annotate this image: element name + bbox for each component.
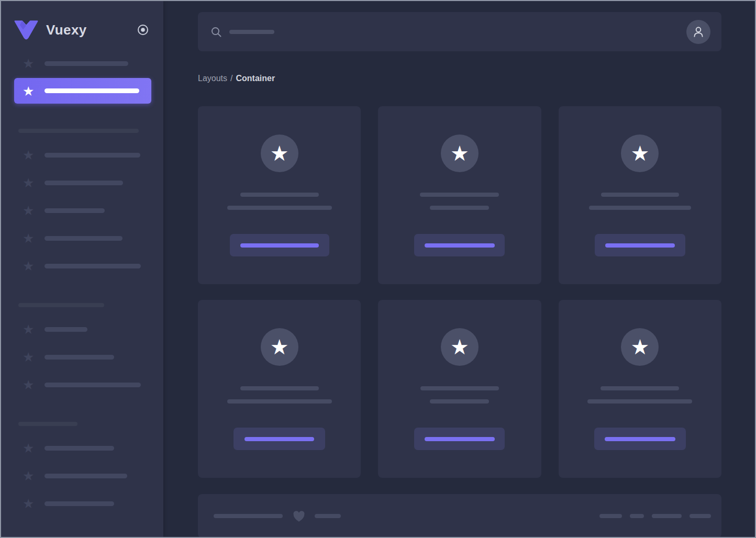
sidebar-item-label-skeleton xyxy=(45,236,123,241)
card: ★ xyxy=(378,300,541,478)
breadcrumb-current: Container xyxy=(236,74,275,83)
sidebar-item-label-skeleton xyxy=(45,355,114,360)
card-title-skeleton xyxy=(240,193,319,197)
button-label-skeleton xyxy=(425,437,495,441)
nav-pin-radio-icon[interactable] xyxy=(137,24,149,36)
card-title-skeleton xyxy=(240,386,319,390)
sidebar-section-label-skeleton xyxy=(18,303,104,307)
card-text-skeleton xyxy=(589,206,691,210)
card: ★ xyxy=(198,300,361,478)
sidebar-item-label-skeleton xyxy=(45,383,141,387)
button-label-skeleton xyxy=(425,243,495,248)
card-text-skeleton xyxy=(587,399,692,404)
footer-link-skeleton xyxy=(630,514,644,518)
breadcrumb-parent[interactable]: Layouts xyxy=(198,74,227,83)
search-placeholder-skeleton xyxy=(229,30,274,34)
star-icon: ★ xyxy=(23,261,34,271)
card-grid: ★ ★ ★ ★ ★ xyxy=(198,106,721,478)
sidebar-item[interactable]: ★ xyxy=(14,498,151,509)
star-icon: ★ xyxy=(630,144,649,163)
card: ★ xyxy=(378,106,541,284)
user-avatar-button[interactable] xyxy=(686,20,710,44)
sidebar-item-label-skeleton xyxy=(45,474,127,478)
card-avatar-circle: ★ xyxy=(441,134,479,172)
card-avatar-circle: ★ xyxy=(261,328,298,366)
card: ★ xyxy=(559,300,721,478)
sidebar-section-label-skeleton xyxy=(18,129,139,133)
sidebar-item[interactable]: ★ xyxy=(14,205,151,216)
sidebar-item[interactable]: ★ xyxy=(14,149,151,161)
vuexy-logo-icon xyxy=(14,20,38,40)
sidebar-item[interactable]: ★ xyxy=(14,260,151,272)
card-avatar-circle: ★ xyxy=(621,328,659,366)
card-action-button[interactable] xyxy=(595,234,685,256)
footer-links xyxy=(599,514,711,518)
star-icon: ★ xyxy=(23,352,34,362)
card-text-skeleton xyxy=(227,206,332,210)
card-action-button[interactable] xyxy=(594,428,686,450)
card-title-skeleton xyxy=(601,386,679,390)
star-icon: ★ xyxy=(23,177,34,188)
card-action-button[interactable] xyxy=(230,234,329,256)
search-icon xyxy=(210,26,222,38)
app-window: Vuexy ★ ★ ★ ★ ★ ★ ★ ★ ★ ★ ★ xyxy=(1,1,755,537)
star-icon: ★ xyxy=(23,443,34,453)
star-icon: ★ xyxy=(450,338,469,356)
sidebar-item[interactable]: ★ xyxy=(14,177,151,188)
footer xyxy=(198,494,721,538)
person-icon xyxy=(692,25,705,39)
sidebar-item-label-skeleton xyxy=(45,446,114,451)
footer-link-skeleton xyxy=(599,514,622,518)
button-label-skeleton xyxy=(244,437,314,441)
app-title: Vuexy xyxy=(46,22,87,38)
star-icon: ★ xyxy=(270,338,289,356)
sidebar-item[interactable]: ★ xyxy=(14,232,151,244)
breadcrumb: Layouts/Container xyxy=(198,74,721,83)
star-icon: ★ xyxy=(23,470,34,481)
sidebar-item-label-skeleton xyxy=(45,264,141,268)
star-icon: ★ xyxy=(630,338,649,356)
star-icon: ★ xyxy=(23,58,34,69)
sidebar-item[interactable]: ★ xyxy=(14,379,151,390)
star-icon: ★ xyxy=(23,324,34,334)
button-label-skeleton xyxy=(240,243,319,248)
card-title-skeleton xyxy=(420,193,499,197)
sidebar-sections: ★ ★ ★ ★ ★ ★ ★ ★ ★ ★ ★ xyxy=(14,129,151,509)
sidebar-item-label-skeleton xyxy=(45,61,128,66)
card-title-skeleton xyxy=(420,386,499,390)
footer-text-skeleton xyxy=(315,514,341,518)
sidebar-item[interactable]: ★ xyxy=(14,442,151,454)
sidebar-item-label-skeleton xyxy=(45,501,114,506)
footer-text-skeleton xyxy=(214,514,283,518)
button-label-skeleton xyxy=(605,243,675,248)
sidebar-item[interactable]: ★ xyxy=(14,470,151,481)
card-text-skeleton xyxy=(227,399,332,404)
card-action-button[interactable] xyxy=(414,428,505,450)
sidebar-section-label-skeleton xyxy=(18,422,77,426)
sidebar-item-label-skeleton xyxy=(45,208,105,213)
app-logo[interactable]: Vuexy xyxy=(14,19,151,40)
sidebar-section: ★ ★ ★ xyxy=(14,422,151,509)
star-icon: ★ xyxy=(23,205,34,216)
sidebar-item[interactable]: ★ xyxy=(14,323,151,335)
sidebar-top-items: ★ ★ xyxy=(14,58,151,104)
topbar xyxy=(198,12,721,51)
footer-link-skeleton xyxy=(652,514,682,518)
search-bar[interactable] xyxy=(210,26,686,38)
sidebar-item-label-skeleton xyxy=(45,88,139,93)
sidebar-item-label-skeleton xyxy=(45,181,123,185)
card-action-button[interactable] xyxy=(234,428,325,450)
button-label-skeleton xyxy=(605,437,675,441)
card-avatar-circle: ★ xyxy=(441,328,479,366)
star-icon: ★ xyxy=(23,233,34,243)
sidebar-item-label-skeleton xyxy=(45,327,87,332)
sidebar-item[interactable]: ★ xyxy=(14,58,151,69)
sidebar-item-active[interactable]: ★ xyxy=(14,78,151,104)
sidebar-item[interactable]: ★ xyxy=(14,351,151,363)
card-action-button[interactable] xyxy=(414,234,505,256)
star-icon: ★ xyxy=(23,379,34,390)
star-icon: ★ xyxy=(23,150,34,160)
card-avatar-circle: ★ xyxy=(621,134,659,172)
sidebar-section: ★ ★ ★ xyxy=(14,303,151,390)
heart-icon xyxy=(292,510,306,522)
